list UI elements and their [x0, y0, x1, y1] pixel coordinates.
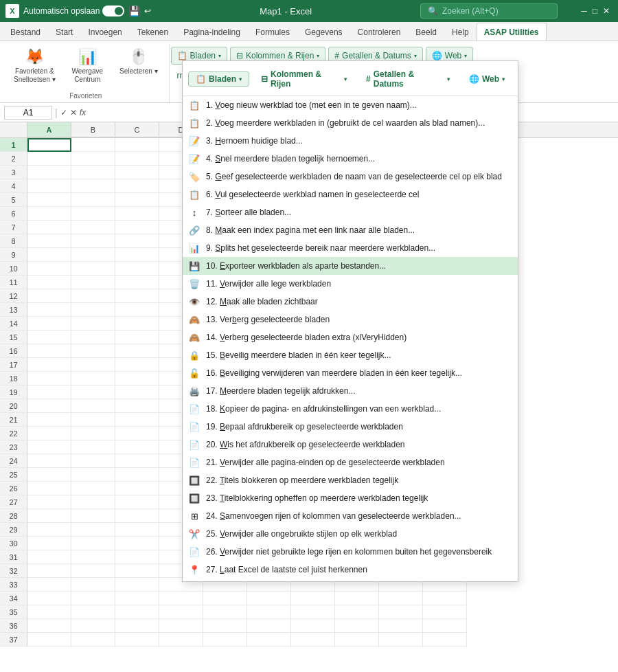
cell-C21[interactable] [115, 413, 159, 427]
tab-formules[interactable]: Formules [248, 23, 297, 41]
cell-C15[interactable] [115, 331, 159, 344]
cell-C35[interactable] [115, 605, 159, 619]
menu-item-17[interactable]: 📄18. Kopieer de pagina- en afdrukinstell… [183, 400, 518, 418]
row-number-21[interactable]: 21 [0, 413, 27, 427]
row-number-4[interactable]: 4 [0, 179, 27, 193]
cell-B22[interactable] [71, 427, 115, 440]
menu-item-0[interactable]: 📋1. Voeg nieuw werkblad toe (met een in … [183, 96, 518, 114]
cell-B24[interactable] [71, 454, 115, 468]
formula-fx-icon[interactable]: fx [80, 108, 86, 117]
cell-B11[interactable] [71, 276, 115, 289]
tab-gegevens[interactable]: Gegevens [297, 23, 350, 41]
menu-item-6[interactable]: ↕7. Sorteer alle bladen... [183, 203, 518, 221]
row-number-17[interactable]: 17 [0, 358, 27, 372]
tab-invoegen[interactable]: Invoegen [80, 23, 129, 41]
maximize-icon[interactable]: □ [593, 6, 597, 16]
cell-C18[interactable] [115, 372, 159, 385]
row-number-16[interactable]: 16 [0, 344, 27, 358]
cell-B7[interactable] [71, 221, 115, 234]
menu-item-24[interactable]: ✂️25. Verwijder alle ongebruikte stijlen… [183, 525, 518, 543]
cell-A8[interactable] [27, 234, 71, 248]
cell-H37[interactable] [335, 633, 379, 647]
cell-B4[interactable] [71, 179, 115, 193]
cell-E35[interactable] [203, 605, 247, 619]
menu-item-1[interactable]: 📋2. Voeg meerdere werkbladen in (gebruik… [183, 114, 518, 132]
cell-J35[interactable] [423, 605, 467, 619]
row-number-19[interactable]: 19 [0, 385, 27, 399]
tab-tekenen[interactable]: Tekenen [130, 23, 176, 41]
col-header-b[interactable]: B [71, 122, 115, 137]
cell-A35[interactable] [27, 605, 71, 619]
formula-check-icon[interactable]: ✓ [60, 108, 67, 117]
cell-B31[interactable] [71, 550, 115, 564]
menu-item-2[interactable]: 📝3. Hernoem huidige blad... [183, 132, 518, 150]
menu-item-23[interactable]: ⊞24. Samenvoegen rijen of kolommen van g… [183, 507, 518, 525]
cell-C36[interactable] [115, 619, 159, 633]
cell-D35[interactable] [159, 605, 203, 619]
cell-B21[interactable] [71, 413, 115, 427]
menu-item-13[interactable]: 🙈14. Verberg geselecteerde bladen extra … [183, 328, 518, 346]
cell-C8[interactable] [115, 234, 159, 248]
row-number-10[interactable]: 10 [0, 262, 27, 276]
cell-B10[interactable] [71, 262, 115, 276]
cell-C19[interactable] [115, 385, 159, 399]
col-header-c[interactable]: C [115, 122, 159, 137]
bladen-menu-btn[interactable]: 📋 Bladen ▾ [188, 71, 249, 87]
cell-C37[interactable] [115, 633, 159, 647]
cell-B12[interactable] [71, 289, 115, 303]
cell-A12[interactable] [27, 289, 71, 303]
menu-item-7[interactable]: 🔗8. Maak een index pagina met een link n… [183, 221, 518, 239]
autosave-toggle[interactable]: Automatisch opslaan [23, 5, 124, 16]
cell-A15[interactable] [27, 331, 71, 344]
row-number-37[interactable]: 37 [0, 633, 27, 647]
cell-C1[interactable] [115, 138, 159, 152]
cell-G35[interactable] [291, 605, 335, 619]
cell-D36[interactable] [159, 619, 203, 633]
cell-E37[interactable] [203, 633, 247, 647]
cell-A36[interactable] [27, 619, 71, 633]
web-menu-btn[interactable]: 🌐 Web ▾ [461, 71, 512, 87]
tab-start[interactable]: Start [48, 23, 80, 41]
weergave-centrum-button[interactable]: 📊 WeergaveCentrum [65, 45, 110, 87]
cell-B13[interactable] [71, 303, 115, 317]
row-number-9[interactable]: 9 [0, 248, 27, 262]
cell-C2[interactable] [115, 152, 159, 166]
menu-item-18[interactable]: 📄19. Bepaal afdrukbereik op geselecteerd… [183, 418, 518, 436]
cell-A19[interactable] [27, 385, 71, 399]
menu-item-12[interactable]: 🙈13. Verberg geselecteerde bladen [183, 311, 518, 328]
menu-item-8[interactable]: 📊9. Splits het geselecteerde bereik naar… [183, 239, 518, 257]
cell-G37[interactable] [291, 633, 335, 647]
cell-A25[interactable] [27, 468, 71, 482]
cell-B16[interactable] [71, 344, 115, 358]
cell-C6[interactable] [115, 207, 159, 221]
cell-C13[interactable] [115, 303, 159, 317]
row-number-27[interactable]: 27 [0, 495, 27, 509]
row-number-8[interactable]: 8 [0, 234, 27, 248]
cell-A28[interactable] [27, 509, 71, 523]
row-number-5[interactable]: 5 [0, 193, 27, 207]
cell-C28[interactable] [115, 509, 159, 523]
cell-F37[interactable] [247, 633, 291, 647]
cell-C10[interactable] [115, 262, 159, 276]
cell-A13[interactable] [27, 303, 71, 317]
cell-C26[interactable] [115, 482, 159, 495]
row-number-3[interactable]: 3 [0, 166, 27, 179]
menu-item-5[interactable]: 📋6. Vul geselecteerde werkblad namen in … [183, 186, 518, 203]
cell-J36[interactable] [423, 619, 467, 633]
cell-B3[interactable] [71, 166, 115, 179]
row-number-12[interactable]: 12 [0, 289, 27, 303]
cell-B33[interactable] [71, 578, 115, 592]
cell-A31[interactable] [27, 550, 71, 564]
cell-A11[interactable] [27, 276, 71, 289]
cell-B18[interactable] [71, 372, 115, 385]
cell-A33[interactable] [27, 578, 71, 592]
cell-A2[interactable] [27, 152, 71, 166]
cell-A23[interactable] [27, 440, 71, 454]
cell-C20[interactable] [115, 399, 159, 413]
cell-C4[interactable] [115, 179, 159, 193]
menu-item-4[interactable]: 🏷️5. Geef geselecteerde werkbladen de na… [183, 168, 518, 186]
row-number-25[interactable]: 25 [0, 468, 27, 482]
cell-G36[interactable] [291, 619, 335, 633]
cell-C16[interactable] [115, 344, 159, 358]
menu-item-20[interactable]: 📄21. Verwijder alle pagina-einden op de … [183, 453, 518, 471]
